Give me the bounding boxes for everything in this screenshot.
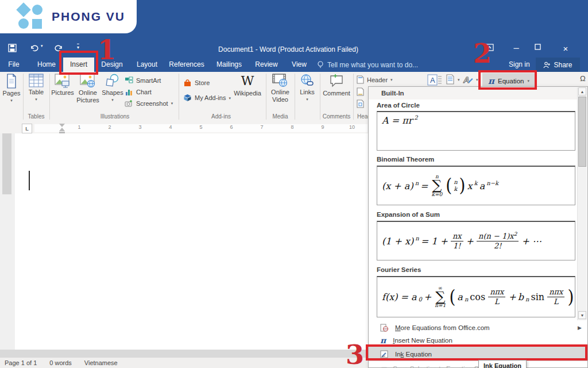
screenshot-button[interactable]: Screenshot ▾ bbox=[125, 99, 173, 107]
comment-button[interactable]: Comment bbox=[322, 74, 351, 97]
ink-equation-tooltip: Ink Equation bbox=[478, 360, 527, 368]
share-person-icon bbox=[543, 62, 551, 68]
word-count[interactable]: 0 words bbox=[49, 359, 72, 366]
online-video-label-2: Video bbox=[272, 96, 288, 103]
shapes-dropdown-arrow: ▾ bbox=[111, 98, 114, 102]
tab-review[interactable]: Review bbox=[252, 57, 281, 72]
ruler-number: 9 bbox=[319, 124, 326, 130]
gallery-item-area-of-circle[interactable]: A = πr2 bbox=[377, 111, 575, 151]
tab-references[interactable]: References bbox=[167, 57, 207, 72]
links-label: Links bbox=[300, 89, 315, 96]
wikipedia-button[interactable]: W Wikipedia bbox=[231, 74, 264, 97]
wordart-button[interactable]: A ▾ bbox=[463, 74, 478, 85]
first-line-indent-marker[interactable] bbox=[59, 124, 65, 134]
wikipedia-label: Wikipedia bbox=[234, 90, 261, 97]
comment-icon bbox=[328, 74, 345, 89]
logo-shapes-icon bbox=[17, 3, 44, 30]
table-icon bbox=[29, 74, 44, 87]
wordart-dropdown-arrow: ▾ bbox=[476, 78, 478, 82]
gallery-item-label: Fourier Series bbox=[377, 266, 421, 273]
shapes-icon bbox=[105, 74, 120, 88]
tab-mailings[interactable]: Mailings bbox=[212, 57, 246, 72]
chart-button[interactable]: Chart bbox=[125, 88, 152, 96]
close-button[interactable]: × bbox=[559, 44, 572, 53]
text-cursor bbox=[29, 171, 30, 190]
tell-me-label: Tell me what you want to do... bbox=[327, 61, 418, 69]
pictures-button[interactable]: Pictures bbox=[51, 74, 74, 97]
vertical-ruler[interactable] bbox=[0, 133, 15, 350]
page-indicator[interactable]: Page 1 of 1 bbox=[5, 359, 37, 366]
pages-button[interactable]: Pages ▾ bbox=[1, 74, 22, 102]
ruler-number: 2 bbox=[106, 124, 113, 130]
minimize-button[interactable]: ─ bbox=[510, 44, 523, 52]
gallery-item-label: Area of Circle bbox=[377, 102, 420, 109]
gallery-item-expansion-of-a-sum[interactable]: (1 + x)n = 1 + nx1! + n(n − 1)x22! + ⋯ bbox=[377, 221, 575, 260]
page-number-button[interactable] bbox=[357, 99, 364, 108]
my-addins-icon bbox=[183, 94, 192, 102]
tab-layout[interactable]: Layout bbox=[132, 57, 162, 72]
undo-icon[interactable] bbox=[30, 44, 40, 52]
group-label-illustrations: Illustrations bbox=[69, 113, 161, 120]
footer-button[interactable] bbox=[357, 87, 364, 96]
quick-parts-icon bbox=[446, 74, 455, 85]
table-button[interactable]: Table ▾ bbox=[24, 74, 48, 101]
shapes-label: Shapes bbox=[102, 89, 123, 97]
header-button[interactable]: Header ▾ bbox=[357, 75, 393, 84]
chart-icon bbox=[125, 88, 133, 96]
online-pictures-button[interactable]: Online Pictures bbox=[75, 74, 100, 103]
language-indicator[interactable]: Vietnamese bbox=[84, 359, 118, 366]
gallery-item-fourier-series[interactable]: f(x) = a0 + ∞∑n=1 ( an cos nπxL + bn sin… bbox=[377, 276, 575, 317]
table-dropdown-arrow: ▾ bbox=[35, 97, 37, 101]
menu-item-more-equations[interactable]: More Equations from Office.com ▶ bbox=[369, 321, 587, 334]
scroll-down-button[interactable]: ▼ bbox=[578, 311, 586, 319]
links-button[interactable]: Links ▾ bbox=[296, 74, 318, 101]
undo-dropdown-arrow[interactable]: ▾ bbox=[41, 44, 43, 48]
pictures-icon bbox=[55, 74, 71, 88]
store-button[interactable]: Store bbox=[183, 79, 210, 87]
shapes-button[interactable]: Shapes ▾ bbox=[102, 74, 123, 102]
links-icon bbox=[300, 74, 314, 87]
annotation-box-step3 bbox=[366, 344, 587, 361]
tab-file[interactable]: File bbox=[5, 57, 23, 72]
symbol-omega-partial-icon[interactable]: Ω bbox=[580, 74, 586, 83]
smartart-button[interactable]: SmartArt bbox=[125, 76, 161, 85]
online-video-button[interactable]: Online Video bbox=[268, 74, 293, 103]
maximize-button[interactable] bbox=[535, 44, 547, 50]
scrollbar-thumb[interactable] bbox=[578, 97, 586, 167]
wikipedia-icon: W bbox=[241, 74, 254, 89]
phong-vu-logo: PHONG VU bbox=[0, 0, 137, 33]
screenshot-label: Screenshot bbox=[136, 100, 168, 107]
header-dropdown-arrow: ▾ bbox=[390, 78, 393, 82]
text-box-icon: A bbox=[427, 74, 442, 86]
share-button[interactable]: Share bbox=[536, 57, 580, 72]
group-label-addins: Add-ins bbox=[189, 113, 253, 120]
my-addins-button[interactable]: My Add-ins ▾ bbox=[183, 94, 231, 102]
group-label-comments: Comments bbox=[322, 113, 351, 120]
ruler-number: 5 bbox=[198, 124, 204, 130]
window-title: Document1 - Word (Product Activation Fai… bbox=[179, 45, 397, 53]
tab-selector[interactable]: L bbox=[22, 124, 32, 133]
scroll-up-button[interactable]: ▲ bbox=[578, 87, 586, 95]
smartart-label: SmartArt bbox=[136, 77, 161, 84]
gallery-scrollbar[interactable]: ▲ ▼ bbox=[577, 87, 587, 320]
tab-home[interactable]: Home bbox=[33, 57, 60, 72]
online-pictures-label-2: Pictures bbox=[76, 97, 99, 103]
ruler-number: 4 bbox=[167, 124, 174, 130]
pages-dropdown-arrow: ▾ bbox=[10, 98, 13, 102]
ruler-number: 1 bbox=[76, 124, 83, 130]
gallery-item-label: Binomial Theorem bbox=[377, 156, 434, 163]
save-icon[interactable] bbox=[8, 44, 17, 52]
quick-parts-button[interactable]: ▾ bbox=[446, 74, 460, 85]
gallery-item-binomial-theorem[interactable]: (x + a)n = n∑k=0 ( nk ) xk an−k bbox=[377, 166, 575, 205]
ruler-number: 7 bbox=[258, 124, 265, 130]
page-number-icon bbox=[357, 99, 364, 108]
group-separator bbox=[320, 74, 320, 120]
submenu-arrow-icon: ▶ bbox=[578, 325, 582, 331]
tab-view[interactable]: View bbox=[287, 57, 311, 72]
group-separator bbox=[49, 74, 50, 120]
tell-me-box[interactable]: Tell me what you want to do... bbox=[317, 57, 418, 72]
group-separator bbox=[179, 74, 179, 120]
online-pictures-label-1: Online bbox=[79, 89, 97, 96]
customize-qat-icon[interactable]: ▾ bbox=[77, 44, 79, 50]
text-box-button[interactable]: A bbox=[427, 74, 442, 86]
